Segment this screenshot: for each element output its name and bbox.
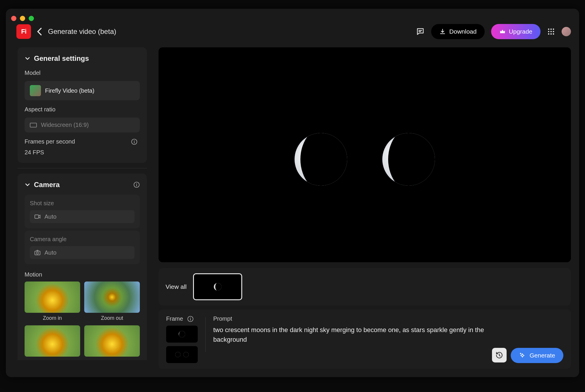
svg-rect-14: [35, 251, 40, 255]
section-title: General settings: [34, 54, 89, 63]
shot-size-group: Shot size Auto: [25, 195, 140, 228]
back-button[interactable]: [37, 27, 42, 36]
svg-point-2: [553, 29, 554, 30]
divider: [18, 168, 147, 168]
general-settings-header[interactable]: General settings: [18, 47, 147, 66]
model-select[interactable]: Firefly Video (beta): [25, 81, 140, 100]
svg-rect-13: [35, 215, 39, 218]
motion-label: Motion: [18, 267, 147, 282]
prompt-input[interactable]: two crescent moons in the dark night sky…: [213, 325, 484, 344]
window-controls: [6, 9, 579, 16]
generations-row: View all: [159, 268, 571, 305]
aspect-ratio-select[interactable]: Widescreen (16:9): [25, 118, 140, 132]
thumbnail-graphic: [214, 283, 221, 291]
minimize-window-button[interactable]: [20, 16, 25, 21]
generate-label: Generate: [529, 352, 555, 359]
maximize-window-button[interactable]: [29, 16, 34, 21]
model-label: Model: [18, 66, 147, 79]
motion-caption: Zoom in: [43, 315, 62, 321]
aspect-ratio-value: Widescreen (16:9): [41, 122, 89, 128]
prompt-label: Prompt: [213, 315, 484, 322]
user-avatar[interactable]: [562, 27, 571, 36]
svg-point-5: [553, 31, 554, 32]
video-preview[interactable]: [159, 47, 571, 262]
model-thumbnail: [30, 85, 41, 96]
svg-point-1: [550, 29, 552, 30]
camera-angle-label: Camera angle: [30, 236, 135, 243]
camera-angle-group: Camera angle Auto: [25, 231, 140, 264]
fps-label-row: Frames per second: [18, 135, 147, 147]
apps-grid-icon[interactable]: [547, 27, 555, 36]
close-window-button[interactable]: [11, 16, 16, 21]
info-icon[interactable]: [133, 182, 140, 188]
moon-graphic: [382, 133, 435, 186]
svg-point-10: [134, 140, 135, 141]
app-logo[interactable]: Fi: [16, 24, 31, 39]
aspect-ratio-label: Aspect ratio: [18, 103, 147, 115]
motion-zoom-in[interactable]: Zoom in: [25, 282, 80, 321]
thumbnail-graphic: [179, 331, 185, 337]
vertical-divider: [205, 317, 206, 352]
fps-label: Frames per second: [25, 138, 75, 145]
fps-value: 24 FPS: [18, 147, 147, 163]
motion-caption: Zoom out: [101, 315, 123, 321]
svg-point-0: [548, 29, 550, 30]
upgrade-button[interactable]: Upgrade: [491, 24, 541, 39]
svg-point-15: [37, 252, 39, 254]
shot-size-label: Shot size: [30, 200, 135, 207]
motion-thumbnail: [84, 325, 140, 357]
svg-point-4: [550, 31, 552, 32]
frame-label: Frame: [166, 315, 183, 322]
chevron-down-icon: [25, 182, 30, 188]
chevron-down-icon: [25, 56, 30, 61]
camera-icon: [34, 213, 41, 220]
shot-size-select[interactable]: Auto: [30, 210, 135, 223]
video-player: 00:01 / 00:05 Download: [159, 47, 571, 262]
moon-graphic: [295, 133, 347, 186]
thumbnail-graphic: [183, 352, 189, 357]
svg-point-17: [190, 317, 191, 318]
camera-section: Camera Shot size Auto Camera angle: [18, 174, 147, 360]
motion-zoom-out[interactable]: Zoom out: [84, 282, 140, 321]
camera-angle-select[interactable]: Auto: [30, 246, 135, 259]
sparkle-icon: [519, 352, 526, 359]
svg-point-12: [136, 183, 137, 184]
camera-photo-icon: [34, 249, 41, 256]
motion-thumbnail: [25, 282, 80, 313]
camera-header[interactable]: Camera: [18, 174, 147, 192]
general-settings-section: General settings Model Firefly Video (be…: [18, 47, 147, 163]
view-all-button[interactable]: View all: [166, 283, 187, 290]
info-icon[interactable]: [187, 316, 194, 322]
generate-button[interactable]: Generate: [511, 348, 563, 363]
crown-icon: [499, 28, 506, 35]
prompt-panel: Frame Prompt two c: [159, 310, 571, 369]
comment-icon[interactable]: [416, 27, 425, 36]
svg-point-8: [553, 33, 554, 35]
model-value: Firefly Video (beta): [45, 87, 94, 94]
thumbnail-graphic: [175, 352, 180, 357]
motion-thumbnail: [25, 325, 80, 357]
shot-size-value: Auto: [44, 213, 56, 220]
info-icon[interactable]: [131, 139, 137, 145]
page-title: Generate video (beta): [48, 27, 116, 36]
generation-thumbnail[interactable]: [193, 273, 242, 300]
download-label: Download: [449, 28, 476, 35]
download-icon: [439, 28, 446, 35]
section-title: Camera: [34, 181, 60, 189]
first-frame-thumbnail[interactable]: [166, 326, 198, 343]
svg-point-6: [548, 33, 550, 35]
widescreen-icon: [30, 123, 37, 127]
motion-option[interactable]: [25, 325, 80, 357]
motion-option[interactable]: [84, 325, 140, 357]
last-frame-thumbnail[interactable]: [166, 346, 198, 363]
svg-point-7: [550, 33, 552, 35]
upgrade-label: Upgrade: [509, 28, 532, 35]
camera-angle-value: Auto: [44, 249, 56, 256]
motion-thumbnail: [84, 282, 140, 313]
history-button[interactable]: [492, 348, 507, 362]
svg-point-3: [548, 31, 550, 32]
download-button[interactable]: Download: [431, 24, 485, 39]
